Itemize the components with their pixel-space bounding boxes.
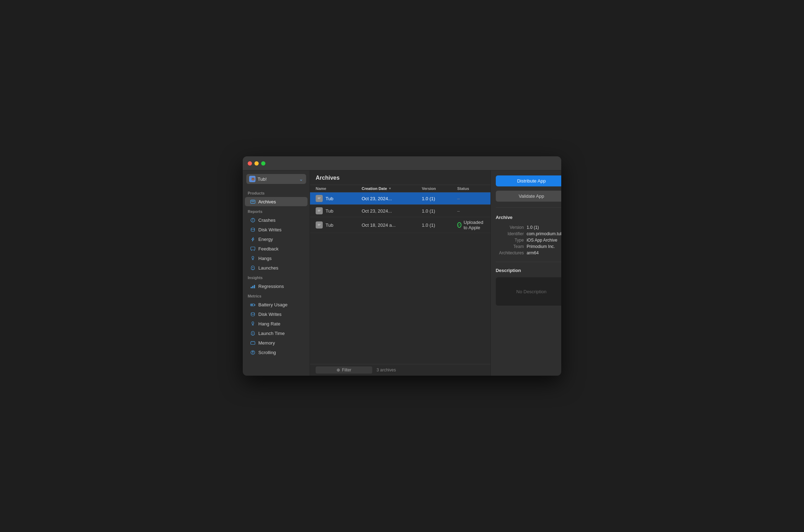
distribute-app-button[interactable]: Distribute App	[496, 175, 561, 186]
chevron-icon: ⌄	[299, 176, 303, 182]
svg-rect-40	[318, 225, 320, 225]
status-text: Uploaded to Apple	[464, 220, 485, 230]
svg-rect-34	[318, 198, 320, 199]
col-header-version[interactable]: Version	[422, 186, 457, 191]
row-version: 1.0 (1)	[422, 222, 435, 228]
version-value: 1.0 (1)	[527, 224, 561, 231]
table-footer: ⊕ Filter 3 archives	[310, 364, 490, 376]
sidebar-item-feedback[interactable]: Feedback	[245, 244, 308, 253]
disk-writes-m-icon	[250, 311, 255, 317]
row-status: –	[457, 196, 460, 201]
table-header: Name Creation Date ▼ Version Status	[310, 185, 490, 192]
row-icon	[316, 207, 323, 214]
sidebar-item-launches[interactable]: Launches	[245, 263, 308, 272]
svg-rect-36	[318, 210, 321, 210]
svg-rect-15	[251, 287, 252, 288]
sidebar-item-launch-time[interactable]: Launch Time	[245, 329, 308, 338]
hang-rate-icon	[250, 321, 255, 326]
sidebar-item-energy[interactable]: Energy	[245, 235, 308, 244]
validate-app-button[interactable]: Validate App	[496, 191, 561, 202]
identifier-value: com.primodium.tub	[527, 231, 561, 237]
col-header-name[interactable]: Name	[316, 186, 362, 191]
sidebar-item-scrolling[interactable]: Scrolling	[245, 348, 308, 357]
row-name: Tub	[326, 222, 333, 228]
sidebar-item-hangs-label: Hangs	[258, 256, 272, 261]
status-check-icon: ✓	[457, 222, 461, 228]
table-row[interactable]: Tub Oct 23, 2024... 1.0 (1) –	[310, 192, 490, 205]
right-panel: Distribute App Validate App Archive Vers…	[491, 170, 561, 376]
middle-panel: Archives Name Creation Date ▼ Version St…	[310, 170, 491, 376]
launches-icon	[250, 265, 255, 271]
team-label: Team	[496, 243, 527, 250]
sidebar-item-archives[interactable]: Archives	[245, 197, 308, 206]
description-title: Description	[496, 268, 561, 273]
sidebar-section-metrics: Metrics	[243, 291, 310, 300]
svg-point-25	[252, 332, 253, 333]
sidebar-item-hang-rate[interactable]: Hang Rate	[245, 319, 308, 328]
sidebar-item-disk-writes[interactable]: Disk Writes	[245, 225, 308, 234]
divider	[496, 207, 561, 208]
svg-point-21	[251, 312, 254, 314]
table-row[interactable]: Tub Oct 23, 2024... 1.0 (1) –	[310, 205, 490, 217]
team-value: Primodium Inc.	[527, 243, 561, 250]
svg-rect-39	[318, 224, 321, 225]
svg-rect-16	[252, 286, 253, 288]
arch-label: Architectures	[496, 250, 527, 256]
svg-point-8	[251, 228, 254, 230]
battery-icon	[250, 302, 255, 307]
row-icon	[316, 195, 323, 202]
sidebar-section-products: Products	[243, 188, 310, 197]
filter-button[interactable]: ⊕ Filter	[316, 366, 372, 374]
sidebar-item-feedback-label: Feedback	[258, 246, 278, 251]
feedback-icon	[250, 246, 255, 251]
svg-point-7	[252, 221, 253, 221]
sidebar-item-disk-writes-m[interactable]: Disk Writes	[245, 310, 308, 319]
sidebar-item-launch-time-label: Launch Time	[258, 331, 285, 336]
sort-arrow: ▼	[389, 187, 392, 190]
archive-count: 3 archives	[377, 368, 396, 372]
col-header-creation-date[interactable]: Creation Date ▼	[362, 186, 422, 191]
svg-rect-19	[254, 305, 255, 306]
svg-rect-26	[251, 342, 255, 345]
panel-title: Archives	[316, 175, 485, 185]
sidebar-item-regressions[interactable]: Regressions	[245, 282, 308, 291]
sidebar-item-crashes[interactable]: Crashes	[245, 215, 308, 225]
version-label: Version	[496, 224, 527, 231]
app-selector[interactable]: 🐻 Tub! ⌄	[246, 174, 306, 184]
close-button[interactable]	[248, 161, 252, 166]
row-date: Oct 23, 2024...	[362, 208, 392, 214]
maximize-button[interactable]	[261, 161, 265, 166]
minimize-button[interactable]	[254, 161, 259, 166]
crashes-icon	[250, 217, 255, 223]
sidebar-item-memory[interactable]: Memory	[245, 338, 308, 347]
identifier-label: Identifier	[496, 231, 527, 237]
sidebar-item-hang-rate-label: Hang Rate	[258, 321, 280, 326]
archives-icon	[250, 199, 255, 204]
sidebar-item-launches-label: Launches	[258, 265, 278, 271]
regressions-icon	[250, 283, 255, 289]
svg-text:🐻: 🐻	[251, 177, 255, 181]
sidebar-item-archives-label: Archives	[258, 199, 276, 204]
type-label: Type	[496, 237, 527, 243]
main-content: 🐻 Tub! ⌄ Products Archives Reports	[243, 170, 561, 376]
table-body: Tub Oct 23, 2024... 1.0 (1) –	[310, 192, 490, 364]
col-header-status[interactable]: Status	[457, 186, 485, 191]
sidebar-item-battery-usage[interactable]: Battery Usage	[245, 300, 308, 309]
row-date: Oct 23, 2024...	[362, 196, 392, 201]
archive-section-title: Archive	[496, 213, 561, 220]
sidebar-item-hangs[interactable]: Hangs	[245, 254, 308, 263]
status-uploaded: ✓ Uploaded to Apple	[457, 220, 485, 230]
svg-rect-10	[251, 247, 255, 250]
sidebar-item-regressions-label: Regressions	[258, 284, 284, 289]
traffic-lights	[248, 161, 265, 166]
scrolling-icon	[250, 349, 255, 355]
sidebar-item-disk-writes-label: Disk Writes	[258, 227, 281, 232]
table-row[interactable]: Tub Oct 18, 2024 a... 1.0 (1) ✓ Uploaded…	[310, 217, 490, 233]
sidebar: 🐻 Tub! ⌄ Products Archives Reports	[243, 170, 310, 376]
description-box: No Description	[496, 277, 561, 306]
launch-time-icon	[250, 330, 255, 336]
app-icon: 🐻	[249, 176, 255, 182]
main-window: 🐻 Tub! ⌄ Products Archives Reports	[243, 156, 561, 376]
panel-header: Archives	[310, 170, 490, 185]
row-name: Tub	[326, 208, 333, 214]
